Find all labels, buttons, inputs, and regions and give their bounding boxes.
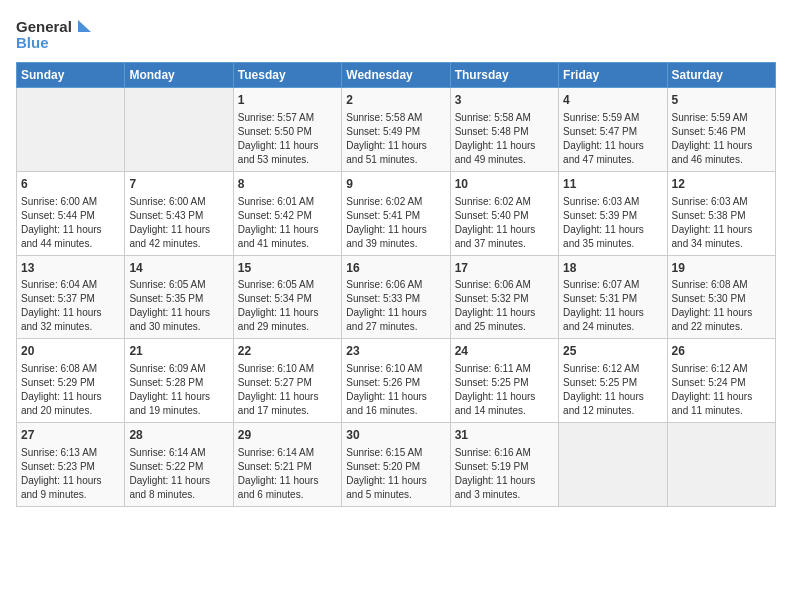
day-header-wednesday: Wednesday [342, 63, 450, 88]
calendar-cell: 24Sunrise: 6:11 AMSunset: 5:25 PMDayligh… [450, 339, 558, 423]
day-number: 29 [238, 427, 337, 444]
day-number: 9 [346, 176, 445, 193]
calendar-cell [667, 423, 775, 507]
calendar-cell: 29Sunrise: 6:14 AMSunset: 5:21 PMDayligh… [233, 423, 341, 507]
day-header-sunday: Sunday [17, 63, 125, 88]
day-info: Sunrise: 6:05 AMSunset: 5:34 PMDaylight:… [238, 278, 337, 334]
day-info: Sunrise: 6:09 AMSunset: 5:28 PMDaylight:… [129, 362, 228, 418]
day-number: 11 [563, 176, 662, 193]
day-number: 10 [455, 176, 554, 193]
day-number: 8 [238, 176, 337, 193]
day-info: Sunrise: 6:08 AMSunset: 5:29 PMDaylight:… [21, 362, 120, 418]
day-number: 28 [129, 427, 228, 444]
day-number: 27 [21, 427, 120, 444]
day-number: 6 [21, 176, 120, 193]
day-info: Sunrise: 6:15 AMSunset: 5:20 PMDaylight:… [346, 446, 445, 502]
calendar-cell: 26Sunrise: 6:12 AMSunset: 5:24 PMDayligh… [667, 339, 775, 423]
calendar-cell: 17Sunrise: 6:06 AMSunset: 5:32 PMDayligh… [450, 255, 558, 339]
day-number: 5 [672, 92, 771, 109]
calendar-cell: 30Sunrise: 6:15 AMSunset: 5:20 PMDayligh… [342, 423, 450, 507]
calendar-cell: 2Sunrise: 5:58 AMSunset: 5:49 PMDaylight… [342, 88, 450, 172]
calendar-cell: 16Sunrise: 6:06 AMSunset: 5:33 PMDayligh… [342, 255, 450, 339]
header-row: SundayMondayTuesdayWednesdayThursdayFrid… [17, 63, 776, 88]
day-number: 20 [21, 343, 120, 360]
day-number: 21 [129, 343, 228, 360]
page-header: GeneralBlue [16, 16, 776, 52]
calendar-cell: 12Sunrise: 6:03 AMSunset: 5:38 PMDayligh… [667, 171, 775, 255]
day-number: 2 [346, 92, 445, 109]
day-number: 3 [455, 92, 554, 109]
calendar-table: SundayMondayTuesdayWednesdayThursdayFrid… [16, 62, 776, 507]
calendar-cell: 21Sunrise: 6:09 AMSunset: 5:28 PMDayligh… [125, 339, 233, 423]
week-row-3: 13Sunrise: 6:04 AMSunset: 5:37 PMDayligh… [17, 255, 776, 339]
day-number: 7 [129, 176, 228, 193]
day-info: Sunrise: 5:59 AMSunset: 5:47 PMDaylight:… [563, 111, 662, 167]
day-number: 15 [238, 260, 337, 277]
calendar-cell: 11Sunrise: 6:03 AMSunset: 5:39 PMDayligh… [559, 171, 667, 255]
calendar-cell: 1Sunrise: 5:57 AMSunset: 5:50 PMDaylight… [233, 88, 341, 172]
calendar-cell: 6Sunrise: 6:00 AMSunset: 5:44 PMDaylight… [17, 171, 125, 255]
day-info: Sunrise: 6:01 AMSunset: 5:42 PMDaylight:… [238, 195, 337, 251]
day-number: 22 [238, 343, 337, 360]
calendar-cell: 28Sunrise: 6:14 AMSunset: 5:22 PMDayligh… [125, 423, 233, 507]
calendar-cell: 18Sunrise: 6:07 AMSunset: 5:31 PMDayligh… [559, 255, 667, 339]
day-info: Sunrise: 6:02 AMSunset: 5:40 PMDaylight:… [455, 195, 554, 251]
day-number: 12 [672, 176, 771, 193]
calendar-cell: 8Sunrise: 6:01 AMSunset: 5:42 PMDaylight… [233, 171, 341, 255]
day-header-tuesday: Tuesday [233, 63, 341, 88]
day-header-saturday: Saturday [667, 63, 775, 88]
day-info: Sunrise: 6:13 AMSunset: 5:23 PMDaylight:… [21, 446, 120, 502]
calendar-cell: 20Sunrise: 6:08 AMSunset: 5:29 PMDayligh… [17, 339, 125, 423]
week-row-5: 27Sunrise: 6:13 AMSunset: 5:23 PMDayligh… [17, 423, 776, 507]
calendar-cell: 31Sunrise: 6:16 AMSunset: 5:19 PMDayligh… [450, 423, 558, 507]
day-info: Sunrise: 6:05 AMSunset: 5:35 PMDaylight:… [129, 278, 228, 334]
week-row-4: 20Sunrise: 6:08 AMSunset: 5:29 PMDayligh… [17, 339, 776, 423]
day-number: 13 [21, 260, 120, 277]
calendar-cell [559, 423, 667, 507]
day-number: 24 [455, 343, 554, 360]
day-info: Sunrise: 6:11 AMSunset: 5:25 PMDaylight:… [455, 362, 554, 418]
day-number: 19 [672, 260, 771, 277]
day-number: 1 [238, 92, 337, 109]
day-number: 26 [672, 343, 771, 360]
day-info: Sunrise: 6:14 AMSunset: 5:21 PMDaylight:… [238, 446, 337, 502]
day-info: Sunrise: 6:07 AMSunset: 5:31 PMDaylight:… [563, 278, 662, 334]
calendar-cell: 3Sunrise: 5:58 AMSunset: 5:48 PMDaylight… [450, 88, 558, 172]
logo: GeneralBlue [16, 16, 96, 52]
day-number: 17 [455, 260, 554, 277]
calendar-cell: 7Sunrise: 6:00 AMSunset: 5:43 PMDaylight… [125, 171, 233, 255]
day-info: Sunrise: 6:12 AMSunset: 5:24 PMDaylight:… [672, 362, 771, 418]
day-header-friday: Friday [559, 63, 667, 88]
day-info: Sunrise: 5:58 AMSunset: 5:48 PMDaylight:… [455, 111, 554, 167]
calendar-cell: 5Sunrise: 5:59 AMSunset: 5:46 PMDaylight… [667, 88, 775, 172]
day-number: 31 [455, 427, 554, 444]
day-number: 23 [346, 343, 445, 360]
calendar-cell [125, 88, 233, 172]
svg-text:Blue: Blue [16, 34, 49, 51]
logo-icon: GeneralBlue [16, 16, 96, 52]
day-number: 25 [563, 343, 662, 360]
day-info: Sunrise: 6:04 AMSunset: 5:37 PMDaylight:… [21, 278, 120, 334]
day-info: Sunrise: 6:03 AMSunset: 5:38 PMDaylight:… [672, 195, 771, 251]
day-info: Sunrise: 6:02 AMSunset: 5:41 PMDaylight:… [346, 195, 445, 251]
day-header-monday: Monday [125, 63, 233, 88]
day-info: Sunrise: 6:12 AMSunset: 5:25 PMDaylight:… [563, 362, 662, 418]
calendar-cell: 9Sunrise: 6:02 AMSunset: 5:41 PMDaylight… [342, 171, 450, 255]
day-info: Sunrise: 6:00 AMSunset: 5:43 PMDaylight:… [129, 195, 228, 251]
day-info: Sunrise: 6:06 AMSunset: 5:33 PMDaylight:… [346, 278, 445, 334]
day-info: Sunrise: 6:16 AMSunset: 5:19 PMDaylight:… [455, 446, 554, 502]
day-number: 4 [563, 92, 662, 109]
day-info: Sunrise: 6:10 AMSunset: 5:26 PMDaylight:… [346, 362, 445, 418]
day-number: 30 [346, 427, 445, 444]
day-info: Sunrise: 6:14 AMSunset: 5:22 PMDaylight:… [129, 446, 228, 502]
day-info: Sunrise: 5:58 AMSunset: 5:49 PMDaylight:… [346, 111, 445, 167]
day-number: 18 [563, 260, 662, 277]
week-row-1: 1Sunrise: 5:57 AMSunset: 5:50 PMDaylight… [17, 88, 776, 172]
calendar-cell: 25Sunrise: 6:12 AMSunset: 5:25 PMDayligh… [559, 339, 667, 423]
calendar-cell: 27Sunrise: 6:13 AMSunset: 5:23 PMDayligh… [17, 423, 125, 507]
day-info: Sunrise: 6:00 AMSunset: 5:44 PMDaylight:… [21, 195, 120, 251]
day-info: Sunrise: 6:10 AMSunset: 5:27 PMDaylight:… [238, 362, 337, 418]
day-info: Sunrise: 5:57 AMSunset: 5:50 PMDaylight:… [238, 111, 337, 167]
calendar-cell: 4Sunrise: 5:59 AMSunset: 5:47 PMDaylight… [559, 88, 667, 172]
day-info: Sunrise: 6:06 AMSunset: 5:32 PMDaylight:… [455, 278, 554, 334]
